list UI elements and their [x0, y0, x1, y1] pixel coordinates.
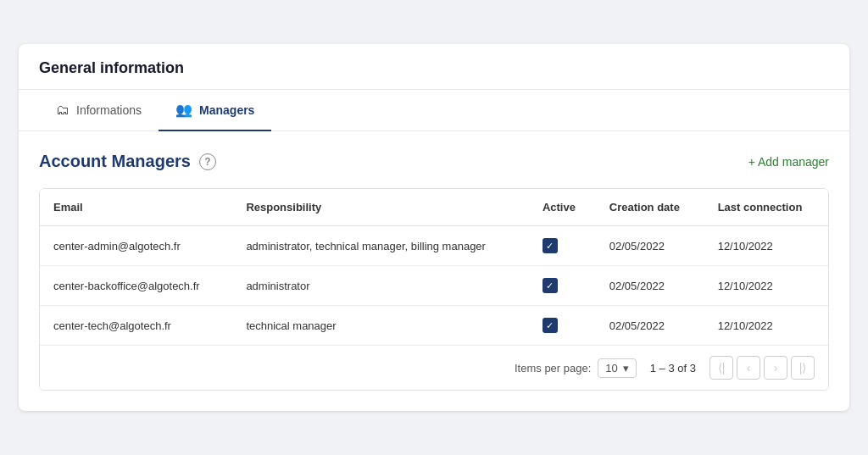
- table-row[interactable]: center-admin@algotech.fradministrator, t…: [40, 226, 828, 266]
- cell-email: center-admin@algotech.fr: [40, 226, 232, 266]
- col-creation-date: Creation date: [596, 189, 704, 226]
- main-content: Account Managers ? + Add manager Email R…: [19, 131, 849, 411]
- help-icon[interactable]: ?: [199, 153, 216, 170]
- cell-last-connection: 12/10/2022: [704, 266, 828, 306]
- checkbox-checked-icon[interactable]: ✓: [542, 238, 558, 253]
- cell-active: ✓: [529, 226, 596, 266]
- pagination: Items per page: 10 ▾ 1 – 3 of 3 ⟨| ‹ › |…: [40, 345, 828, 390]
- col-active: Active: [529, 189, 596, 226]
- per-page-value: 10: [605, 362, 617, 375]
- managers-table: Email Responsibility Active Creation dat…: [40, 189, 828, 345]
- cell-active: ✓: [529, 266, 596, 306]
- tab-managers-label: Managers: [199, 103, 254, 117]
- cell-active: ✓: [529, 306, 596, 346]
- cell-last-connection: 12/10/2022: [704, 306, 828, 346]
- informations-icon: 🗂: [56, 103, 70, 118]
- items-per-page-select[interactable]: 10 ▾: [598, 358, 636, 378]
- items-per-page-group: Items per page: 10 ▾: [515, 358, 637, 378]
- last-page-button[interactable]: |⟩: [791, 356, 815, 380]
- prev-page-button[interactable]: ‹: [737, 356, 760, 380]
- tab-managers[interactable]: 👥 Managers: [159, 90, 271, 131]
- section-title: Account Managers: [39, 152, 191, 171]
- checkbox-checked-icon[interactable]: ✓: [542, 318, 558, 333]
- tabs-nav: 🗂 Informations 👥 Managers: [19, 90, 849, 131]
- card-header: General information: [19, 44, 849, 90]
- next-page-button[interactable]: ›: [764, 356, 787, 380]
- cell-creation-date: 02/05/2022: [596, 306, 704, 346]
- col-email: Email: [40, 189, 232, 226]
- cell-email: center-tech@algotech.fr: [40, 306, 232, 346]
- pagination-range: 1 – 3 of 3: [650, 362, 696, 375]
- items-per-page-label: Items per page:: [515, 362, 591, 375]
- table-row[interactable]: center-tech@algotech.frtechnical manager…: [40, 306, 828, 346]
- table-row[interactable]: center-backoffice@algotech.fradministrat…: [40, 266, 828, 306]
- cell-creation-date: 02/05/2022: [596, 266, 704, 306]
- tab-informations[interactable]: 🗂 Informations: [39, 90, 159, 131]
- section-title-group: Account Managers ?: [39, 152, 216, 171]
- checkbox-checked-icon[interactable]: ✓: [542, 278, 558, 293]
- add-manager-button[interactable]: + Add manager: [748, 155, 829, 169]
- page-title: General information: [39, 59, 829, 77]
- first-page-button[interactable]: ⟨|: [709, 356, 733, 380]
- cell-last-connection: 12/10/2022: [704, 226, 828, 266]
- cell-creation-date: 02/05/2022: [596, 226, 704, 266]
- section-header: Account Managers ? + Add manager: [39, 152, 829, 171]
- cell-email: center-backoffice@algotech.fr: [40, 266, 232, 306]
- chevron-down-icon: ▾: [623, 362, 629, 375]
- tab-informations-label: Informations: [76, 103, 142, 117]
- cell-responsibility: administrator, technical manager, billin…: [232, 226, 528, 266]
- cell-responsibility: administrator: [232, 266, 528, 306]
- managers-icon: 👥: [175, 102, 192, 118]
- col-responsibility: Responsibility: [232, 189, 528, 226]
- cell-responsibility: technical manager: [232, 306, 528, 346]
- pagination-controls: ⟨| ‹ › |⟩: [709, 356, 815, 380]
- table-body: center-admin@algotech.fradministrator, t…: [40, 226, 828, 346]
- table-header: Email Responsibility Active Creation dat…: [40, 189, 828, 226]
- col-last-connection: Last connection: [704, 189, 828, 226]
- managers-table-container: Email Responsibility Active Creation dat…: [39, 188, 829, 391]
- main-card: General information 🗂 Informations 👥 Man…: [19, 44, 849, 411]
